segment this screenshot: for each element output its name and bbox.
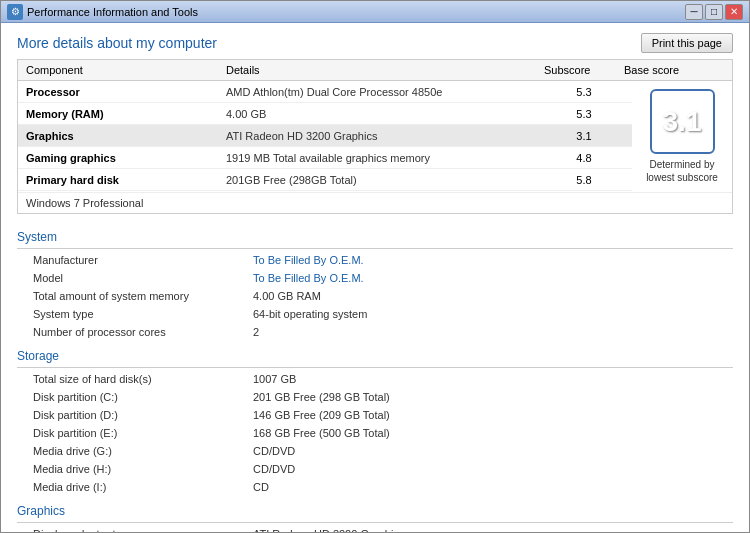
row-detail: 201GB Free (298GB Total) bbox=[226, 174, 544, 186]
table-header: Component Details Subscore Base score bbox=[18, 60, 732, 81]
detail-value: ATI Radeon HD 3200 Graphics bbox=[253, 528, 717, 532]
detail-label: Media drive (I:) bbox=[33, 481, 253, 493]
col-details: Details bbox=[226, 64, 544, 76]
detail-row: Disk partition (E:) 168 GB Free (500 GB … bbox=[17, 424, 733, 442]
section-header-graphics: Graphics bbox=[17, 496, 733, 523]
detail-row: System type 64-bit operating system bbox=[17, 305, 733, 323]
detail-row: Disk partition (D:) 146 GB Free (209 GB … bbox=[17, 406, 733, 424]
detail-value: CD/DVD bbox=[253, 445, 717, 457]
row-detail: AMD Athlon(tm) Dual Core Processor 4850e bbox=[226, 86, 544, 98]
details-area[interactable]: System Manufacturer To Be Filled By O.E.… bbox=[1, 214, 749, 532]
table-row: Primary hard disk 201GB Free (298GB Tota… bbox=[18, 169, 632, 191]
row-subscore: 5.3 bbox=[544, 108, 624, 120]
detail-value: 1007 GB bbox=[253, 373, 717, 385]
detail-label: Display adapter type bbox=[33, 528, 253, 532]
os-row: Windows 7 Professional bbox=[18, 192, 732, 213]
row-detail: 1919 MB Total available graphics memory bbox=[226, 152, 544, 164]
detail-row: Media drive (H:) CD/DVD bbox=[17, 460, 733, 478]
window-icon: ⚙ bbox=[7, 4, 23, 20]
table-row: Graphics ATI Radeon HD 3200 Graphics 3.1 bbox=[18, 125, 632, 147]
detail-value: CD/DVD bbox=[253, 463, 717, 475]
detail-value: To Be Filled By O.E.M. bbox=[253, 272, 717, 284]
row-subscore: 5.3 bbox=[544, 86, 624, 98]
detail-value: 168 GB Free (500 GB Total) bbox=[253, 427, 717, 439]
detail-label: Disk partition (D:) bbox=[33, 409, 253, 421]
row-component: Processor bbox=[26, 86, 226, 98]
base-score-value: 3.1 bbox=[663, 106, 702, 138]
detail-label: Disk partition (E:) bbox=[33, 427, 253, 439]
table-row: Processor AMD Athlon(tm) Dual Core Proce… bbox=[18, 81, 632, 103]
title-bar: ⚙ Performance Information and Tools ─ □ … bbox=[1, 1, 749, 23]
detail-label: Media drive (H:) bbox=[33, 463, 253, 475]
window-title: Performance Information and Tools bbox=[27, 6, 685, 18]
row-component: Graphics bbox=[26, 130, 226, 142]
performance-table: Component Details Subscore Base score Pr… bbox=[17, 59, 733, 214]
detail-row: Total size of hard disk(s) 1007 GB bbox=[17, 370, 733, 388]
detail-label: Model bbox=[33, 272, 253, 284]
detail-label: Total size of hard disk(s) bbox=[33, 373, 253, 385]
section-header-storage: Storage bbox=[17, 341, 733, 368]
section-header-system: System bbox=[17, 222, 733, 249]
detail-value: 201 GB Free (298 GB Total) bbox=[253, 391, 717, 403]
detail-label: System type bbox=[33, 308, 253, 320]
row-component: Gaming graphics bbox=[26, 152, 226, 164]
row-subscore: 3.1 bbox=[544, 130, 624, 142]
table-row: Memory (RAM) 4.00 GB 5.3 bbox=[18, 103, 632, 125]
row-detail: 4.00 GB bbox=[226, 108, 544, 120]
detail-label: Media drive (G:) bbox=[33, 445, 253, 457]
detail-label: Disk partition (C:) bbox=[33, 391, 253, 403]
minimize-button[interactable]: ─ bbox=[685, 4, 703, 20]
detail-label: Manufacturer bbox=[33, 254, 253, 266]
title-bar-buttons: ─ □ ✕ bbox=[685, 4, 743, 20]
table-row: Gaming graphics 1919 MB Total available … bbox=[18, 147, 632, 169]
content-area: More details about my computer Print thi… bbox=[1, 23, 749, 532]
base-score-label: Determined by lowest subscore bbox=[640, 158, 724, 184]
detail-row: Number of processor cores 2 bbox=[17, 323, 733, 341]
row-detail: ATI Radeon HD 3200 Graphics bbox=[226, 130, 544, 142]
score-panel: 3.1 Determined by lowest subscore bbox=[632, 81, 732, 192]
row-subscore: 5.8 bbox=[544, 174, 624, 186]
maximize-button[interactable]: □ bbox=[705, 4, 723, 20]
detail-row: Media drive (G:) CD/DVD bbox=[17, 442, 733, 460]
page-header: More details about my computer Print thi… bbox=[1, 23, 749, 59]
detail-row: Total amount of system memory 4.00 GB RA… bbox=[17, 287, 733, 305]
col-basescore: Base score bbox=[624, 64, 724, 76]
detail-row: Manufacturer To Be Filled By O.E.M. bbox=[17, 251, 733, 269]
close-button[interactable]: ✕ bbox=[725, 4, 743, 20]
detail-value: 64-bit operating system bbox=[253, 308, 717, 320]
row-component: Memory (RAM) bbox=[26, 108, 226, 120]
print-button[interactable]: Print this page bbox=[641, 33, 733, 53]
detail-value: 146 GB Free (209 GB Total) bbox=[253, 409, 717, 421]
detail-row: Disk partition (C:) 201 GB Free (298 GB … bbox=[17, 388, 733, 406]
page-title: More details about my computer bbox=[17, 35, 217, 51]
col-subscore: Subscore bbox=[544, 64, 624, 76]
detail-label: Number of processor cores bbox=[33, 326, 253, 338]
table-body: Processor AMD Athlon(tm) Dual Core Proce… bbox=[18, 81, 732, 192]
row-subscore: 4.8 bbox=[544, 152, 624, 164]
main-window: ⚙ Performance Information and Tools ─ □ … bbox=[0, 0, 750, 533]
detail-label: Total amount of system memory bbox=[33, 290, 253, 302]
detail-value: 4.00 GB RAM bbox=[253, 290, 717, 302]
detail-value: To Be Filled By O.E.M. bbox=[253, 254, 717, 266]
detail-value: 2 bbox=[253, 326, 717, 338]
row-component: Primary hard disk bbox=[26, 174, 226, 186]
table-rows: Processor AMD Athlon(tm) Dual Core Proce… bbox=[18, 81, 632, 192]
detail-row: Display adapter type ATI Radeon HD 3200 … bbox=[17, 525, 733, 532]
detail-row: Model To Be Filled By O.E.M. bbox=[17, 269, 733, 287]
col-component: Component bbox=[26, 64, 226, 76]
detail-row: Media drive (I:) CD bbox=[17, 478, 733, 496]
detail-value: CD bbox=[253, 481, 717, 493]
base-score-badge: 3.1 bbox=[650, 89, 715, 154]
